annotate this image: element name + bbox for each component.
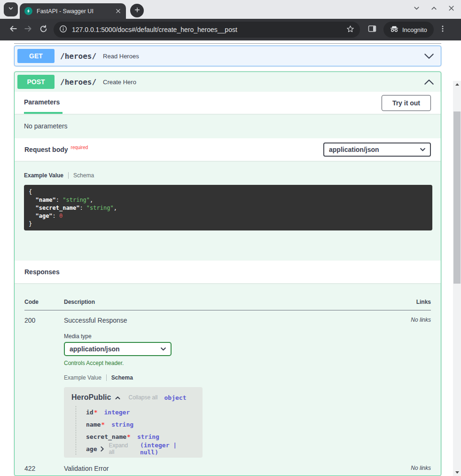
triangle-down-icon [455, 471, 459, 474]
example-code-block: { "name": "string", "secret_name": "stri… [24, 185, 432, 230]
expand-chevron-down-icon[interactable] [424, 53, 434, 59]
page-scrollbar[interactable] [453, 81, 461, 476]
accept-header-note: Controls Accept header. [64, 360, 411, 366]
url-bar[interactable]: 127.0.0.1:5000/docs#/default/create_hero… [54, 22, 360, 38]
tab-separator [106, 374, 107, 381]
responses-body: Code Description Links 200 Successful Re… [15, 283, 441, 472]
tab-example-value[interactable]: Example Value [64, 374, 102, 381]
kebab-menu-icon [439, 25, 446, 34]
media-type-label: Media type [64, 333, 411, 340]
schema-prop-row: name*string [86, 418, 195, 430]
request-body-tabs: Example Value Schema [24, 172, 431, 179]
code-line: "secret_name": "string", [29, 204, 428, 212]
try-it-out-button[interactable]: Try it out [382, 95, 431, 111]
required-asterisk: * [94, 409, 98, 416]
reload-icon [39, 25, 47, 35]
prop-name: name [86, 421, 101, 428]
browser-window: FastAPI - Swagger UI 127.0.0.1:5000/docs… [0, 0, 461, 476]
parameters-title: Parameters [24, 98, 60, 106]
response-code: 422 [24, 465, 64, 472]
tab-schema[interactable]: Schema [73, 172, 94, 179]
tab-title: FastAPI - Swagger UI [37, 8, 114, 15]
model-name: HeroPublic [71, 393, 111, 402]
no-parameters-row: No parameters [15, 114, 441, 138]
col-description-header: Description [64, 299, 416, 305]
back-button[interactable] [6, 22, 21, 37]
model-title[interactable]: HeroPublic [71, 393, 121, 402]
request-body-header: Request body required application/json [15, 138, 441, 161]
schema-props: id*integername*stringsecret_name*stringa… [76, 406, 195, 455]
expand-chevron-right-icon[interactable] [101, 446, 104, 452]
tab-separator [68, 172, 69, 179]
model-title-row: HeroPublic Collapse all object [71, 393, 195, 402]
tab-example-value[interactable]: Example Value [24, 172, 63, 179]
window-close-button[interactable] [447, 4, 455, 12]
side-panel-button[interactable] [365, 22, 380, 37]
response-tabs: Example Value Schema [64, 374, 411, 381]
parameters-tab[interactable]: Parameters [24, 92, 63, 114]
get-path: /heroes/ [60, 52, 96, 61]
incognito-label: Incognito [402, 26, 427, 33]
bookmark-star-icon[interactable] [346, 25, 354, 35]
responses-header: Responses [15, 261, 441, 283]
opblock-post-summary[interactable]: POST /heroes/ Create Hero [15, 72, 441, 92]
window-minimize-button[interactable] [413, 4, 421, 12]
tab-strip: FastAPI - Swagger UI [0, 0, 461, 19]
response-media-type-select-wrap: application/json [64, 342, 172, 356]
expand-all-link[interactable]: Expand all [109, 442, 133, 455]
tab-schema[interactable]: Schema [111, 374, 133, 381]
prop-type: integer [104, 409, 130, 416]
scrollbar-thumb[interactable] [453, 111, 461, 284]
post-method-badge: POST [17, 75, 55, 89]
tab-search-button[interactable] [4, 2, 18, 16]
response-code: 200 [24, 317, 64, 324]
code-line: "age": 0 [29, 212, 428, 220]
prop-type: string [137, 433, 159, 440]
model-collapse-chevron-up-icon [115, 393, 121, 402]
forward-arrow-icon [24, 24, 32, 35]
responses-table-header: Code Description Links [24, 283, 431, 310]
collapse-all-link[interactable]: Collapse all [128, 394, 157, 401]
url-text: 127.0.0.1:5000/docs#/default/create_hero… [72, 26, 346, 33]
browser-menu-button[interactable] [436, 22, 450, 37]
prop-type: (integer | null) [140, 442, 195, 456]
new-tab-button[interactable] [130, 4, 144, 17]
response-description: Successful Response [64, 317, 411, 324]
response-row-422: 422 Validation Error No links [24, 459, 431, 472]
window-controls [413, 4, 455, 12]
forward-button[interactable] [21, 22, 36, 37]
required-asterisk: * [127, 433, 131, 440]
scroll-down-arrow[interactable] [453, 469, 461, 476]
request-media-type-select[interactable]: application/json [323, 143, 431, 157]
tab-close-icon[interactable] [114, 7, 122, 16]
collapse-chevron-up-icon[interactable] [424, 79, 434, 85]
request-body-section: Example Value Schema { "name": "string",… [15, 161, 441, 261]
incognito-badge: Incognito [383, 22, 434, 38]
schema-model-box: HeroPublic Collapse all object id*intege… [64, 387, 203, 458]
browser-toolbar: 127.0.0.1:5000/docs#/default/create_hero… [0, 19, 461, 40]
response-description: Validation Error [64, 465, 411, 472]
back-arrow-icon [9, 24, 17, 35]
response-media-type-select[interactable]: application/json [64, 342, 172, 356]
side-panel-icon [368, 25, 376, 34]
col-links-header: Links [416, 299, 431, 305]
prop-type: string [111, 421, 133, 428]
response-links: No links [411, 317, 431, 323]
site-info-icon[interactable] [59, 25, 67, 35]
no-parameters-text: No parameters [24, 122, 68, 130]
fastapi-favicon-icon [24, 7, 32, 15]
col-code-header: Code [24, 299, 64, 305]
scroll-up-arrow[interactable] [453, 81, 461, 88]
tab-fastapi[interactable]: FastAPI - Swagger UI [20, 3, 126, 19]
required-label: required [71, 145, 88, 150]
response-200-description-cell: Successful Response Media type applicati… [64, 317, 411, 458]
reload-button[interactable] [36, 22, 51, 37]
opblock-get-heroes: GET /heroes/ Read Heroes [14, 46, 441, 66]
opblock-get-summary[interactable]: GET /heroes/ Read Heroes [15, 46, 441, 66]
response-links: No links [411, 465, 431, 471]
schema-prop-row: secret_name*string [86, 430, 195, 443]
model-type: object [164, 394, 187, 401]
request-media-type-select-wrap: application/json [323, 143, 431, 157]
incognito-icon [390, 25, 398, 34]
window-maximize-button[interactable] [430, 4, 438, 12]
